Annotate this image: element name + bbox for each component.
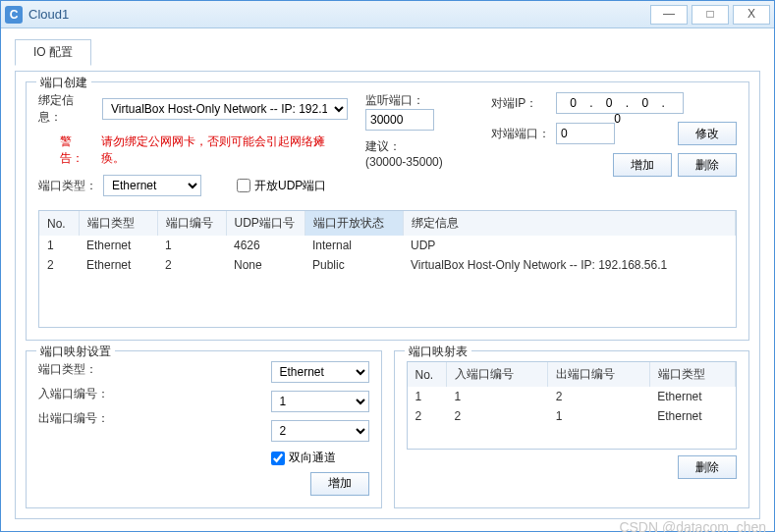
maximize-button[interactable]: □ [692, 5, 729, 25]
table-row[interactable]: 1 Ethernet 1 4626 Internal UDP [39, 236, 736, 255]
open-udp-checkbox[interactable]: 开放UDP端口 [237, 178, 326, 194]
app-logo-icon: C [5, 6, 23, 24]
map-delete-button[interactable]: 删除 [678, 455, 737, 479]
warning-label: 警告： [60, 133, 95, 167]
col-type[interactable]: 端口类型 [79, 211, 157, 236]
col-open[interactable]: 端口开放状态 [304, 211, 403, 236]
tab-row: IO 配置 [15, 38, 760, 65]
io-panel: 端口创建 绑定信息： VirtualBox Host-Only Network … [15, 71, 760, 519]
main-window: C Cloud1 — □ X IO 配置 端口创建 绑定信息： VirtualB… [0, 0, 775, 532]
map-table: No. 入端口编号 出端口编号 端口类型 1 1 2 Ethern [407, 361, 738, 450]
minimize-button[interactable]: — [650, 5, 688, 25]
map-table-group: 端口映射表 No. 入端口编号 出端口编号 端口类型 1 [394, 350, 750, 508]
mt-col-type[interactable]: 端口类型 [649, 362, 735, 387]
table-row[interactable]: 2 2 1 Ethernet [408, 406, 736, 426]
advice-label: 建议： [365, 139, 401, 153]
tab-io-config[interactable]: IO 配置 [15, 39, 91, 66]
bidir-checkbox-label: 双向通道 [289, 450, 336, 466]
open-udp-checkbox-input[interactable] [237, 179, 250, 192]
watermark: CSDN @datacom_chen [619, 519, 766, 532]
listen-port-input[interactable] [365, 109, 434, 131]
col-num[interactable]: 端口编号 [157, 211, 226, 236]
bidir-checkbox-input[interactable] [271, 452, 285, 465]
window-title: Cloud1 [28, 7, 646, 22]
ms-outport-select[interactable]: 2 [271, 420, 369, 442]
mt-col-in[interactable]: 入端口编号 [447, 362, 548, 387]
port-create-group: 端口创建 绑定信息： VirtualBox Host-Only Network … [26, 81, 749, 341]
advice-range: (30000-35000) [365, 155, 443, 169]
listen-port-label: 监听端口： [365, 92, 473, 109]
ms-outport-label: 出端口编号： [38, 410, 117, 427]
port-table: No. 端口类型 端口编号 UDP端口号 端口开放状态 绑定信息 1 Ether… [38, 210, 737, 328]
ms-port-type-select[interactable]: Ethernet [271, 361, 369, 383]
map-settings-title: 端口映射设置 [36, 344, 115, 360]
map-table-title: 端口映射表 [405, 344, 471, 360]
open-udp-checkbox-label: 开放UDP端口 [254, 178, 326, 194]
port-type-select[interactable]: Ethernet [103, 175, 201, 196]
table-row[interactable]: 2 Ethernet 2 None Public VirtualBox Host… [39, 255, 736, 275]
peer-ip-input[interactable]: 0 . 0 . 0 . 0 [556, 92, 684, 114]
map-settings-group: 端口映射设置 端口类型： 入端口编号： 出端口编号： [26, 350, 382, 508]
col-bind[interactable]: 绑定信息 [403, 211, 736, 236]
table-row[interactable]: 1 1 2 Ethernet [408, 387, 736, 406]
col-udp[interactable]: UDP端口号 [226, 211, 304, 236]
port-delete-button[interactable]: 删除 [678, 153, 737, 177]
peer-port-label: 对端端口： [491, 126, 550, 142]
col-no[interactable]: No. [39, 211, 79, 236]
bidir-checkbox[interactable]: 双向通道 [271, 450, 336, 466]
port-type-label: 端口类型： [38, 178, 97, 194]
ms-inport-select[interactable]: 1 [271, 391, 369, 412]
port-add-button[interactable]: 增加 [613, 153, 672, 177]
bind-info-select[interactable]: VirtualBox Host-Only Network -- IP: 192.… [102, 98, 348, 120]
map-add-button[interactable]: 增加 [310, 472, 369, 496]
titlebar: C Cloud1 — □ X [1, 1, 774, 28]
mt-col-no[interactable]: No. [408, 362, 447, 387]
close-button[interactable]: X [733, 5, 770, 25]
content-area: IO 配置 端口创建 绑定信息： VirtualBox Host-Only Ne… [1, 28, 774, 531]
ms-port-type-label: 端口类型： [38, 361, 117, 378]
ms-inport-label: 入端口编号： [38, 386, 117, 402]
warning-text: 请勿绑定公网网卡，否则可能会引起网络瘫痪。 [101, 133, 348, 167]
port-create-title: 端口创建 [36, 75, 91, 91]
bind-info-label: 绑定信息： [38, 92, 96, 126]
mt-col-out[interactable]: 出端口编号 [548, 362, 649, 387]
peer-ip-label: 对端IP： [491, 95, 550, 112]
peer-port-input[interactable] [556, 123, 615, 144]
modify-button[interactable]: 修改 [678, 122, 737, 145]
